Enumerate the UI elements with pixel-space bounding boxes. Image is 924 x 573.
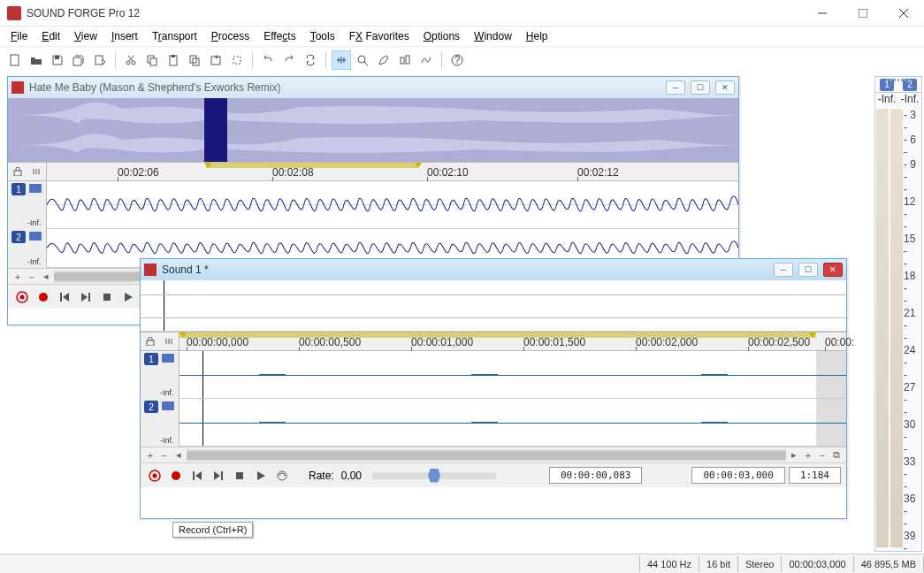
doc1-stop-button[interactable] bbox=[98, 288, 116, 306]
pencil-button[interactable] bbox=[374, 50, 393, 70]
zoom-out-h-button[interactable]: − bbox=[816, 449, 829, 462]
menu-insert[interactable]: Insert bbox=[104, 28, 145, 44]
render-button[interactable] bbox=[90, 50, 110, 70]
menu-window[interactable]: Window bbox=[467, 28, 519, 44]
doc2-titlebar[interactable]: Sound 1 * ─ ☐ ✕ bbox=[141, 259, 846, 280]
time-position[interactable]: 00:00:00,083 bbox=[549, 467, 642, 484]
channel-mute-button[interactable] bbox=[162, 401, 174, 410]
menu-process[interactable]: Process bbox=[204, 28, 256, 44]
tooltip: Record (Ctrl+R) bbox=[172, 522, 253, 538]
lock-icon[interactable] bbox=[144, 335, 157, 348]
workspace: Hate Me Baby (Mason & Shepherd's Exworks… bbox=[0, 73, 924, 554]
channel-mute-button[interactable] bbox=[29, 184, 42, 193]
doc2-play-button[interactable] bbox=[252, 467, 270, 485]
close-button[interactable] bbox=[883, 0, 924, 27]
magnify-button[interactable] bbox=[353, 50, 372, 70]
menu-effects[interactable]: Effects bbox=[256, 28, 302, 44]
h-scrollbar[interactable] bbox=[187, 449, 786, 462]
scroll-right-button[interactable]: ▸ bbox=[788, 449, 800, 462]
saveall-button[interactable] bbox=[69, 50, 88, 70]
paste-button[interactable] bbox=[164, 50, 183, 70]
maximize-button[interactable] bbox=[843, 0, 883, 27]
mix-button[interactable] bbox=[185, 50, 204, 70]
minimize-button[interactable] bbox=[802, 0, 843, 27]
doc1-arm-button[interactable] bbox=[13, 288, 31, 306]
doc2-record-button[interactable] bbox=[167, 467, 185, 485]
waveform-channel-1[interactable] bbox=[47, 181, 738, 229]
overview-selection[interactable] bbox=[204, 98, 227, 162]
doc1-go-start-button[interactable] bbox=[56, 288, 73, 306]
save-button[interactable] bbox=[48, 50, 67, 70]
status-channels[interactable]: Stereo bbox=[737, 556, 781, 572]
doc2-maximize-button[interactable]: ☐ bbox=[798, 263, 818, 277]
meter-close-button[interactable]: × bbox=[913, 79, 918, 88]
doc2-go-end-button[interactable] bbox=[210, 467, 227, 485]
snap-icon[interactable] bbox=[163, 335, 175, 348]
channel-mute-button[interactable] bbox=[29, 232, 42, 241]
doc1-play-button[interactable] bbox=[119, 288, 137, 306]
redo-button[interactable] bbox=[279, 50, 299, 70]
doc2-arm-button[interactable] bbox=[146, 467, 164, 485]
meter-grip[interactable] bbox=[887, 79, 910, 81]
doc1-minimize-button[interactable]: ─ bbox=[666, 80, 685, 95]
doc2-close-button[interactable]: ✕ bbox=[823, 263, 843, 277]
scroll-left-button[interactable]: ◂ bbox=[172, 449, 185, 462]
copy-button[interactable] bbox=[142, 50, 162, 70]
edit-tool-button[interactable] bbox=[332, 50, 351, 70]
doc2-stop-button[interactable] bbox=[231, 467, 248, 485]
doc2-scrub-button[interactable] bbox=[273, 467, 291, 485]
zoom-fit-button[interactable]: ⧉ bbox=[830, 449, 843, 462]
help-button[interactable]: ? bbox=[447, 50, 467, 70]
open-button[interactable] bbox=[27, 50, 46, 70]
channel-badge[interactable]: 1 bbox=[144, 353, 158, 365]
status-length[interactable]: 00:00:03,000 bbox=[781, 556, 852, 572]
waveform-channel-1[interactable] bbox=[179, 351, 846, 399]
doc2-ruler[interactable]: 00:00:00,000 00:00:00,500 00:00:01,000 0… bbox=[141, 332, 846, 351]
paste-replace-button[interactable] bbox=[206, 50, 225, 70]
channel-badge[interactable]: 2 bbox=[144, 401, 158, 413]
doc1-record-button[interactable] bbox=[34, 288, 52, 306]
status-sample-rate[interactable]: 44 100 Hz bbox=[639, 556, 699, 572]
undo-button[interactable] bbox=[258, 50, 278, 70]
zoom-in-v-button[interactable]: + bbox=[144, 449, 157, 462]
menu-transport[interactable]: Transport bbox=[145, 28, 204, 44]
zoom-ratio[interactable]: 1:184 bbox=[789, 467, 841, 484]
doc1-close-button[interactable]: ✕ bbox=[715, 80, 735, 95]
channel-badge[interactable]: 1 bbox=[11, 183, 26, 195]
doc1-titlebar[interactable]: Hate Me Baby (Mason & Shepherd's Exworks… bbox=[8, 77, 738, 98]
rate-slider[interactable] bbox=[372, 472, 496, 479]
doc1-overview[interactable] bbox=[8, 98, 738, 162]
doc1-go-end-button[interactable] bbox=[77, 288, 95, 306]
doc2-minimize-button[interactable]: ─ bbox=[774, 263, 793, 277]
zoom-in-v-button[interactable]: + bbox=[11, 271, 24, 283]
zoom-out-v-button[interactable]: − bbox=[26, 271, 38, 283]
waveform-channel-2[interactable] bbox=[179, 399, 846, 447]
svg-point-41 bbox=[172, 471, 180, 480]
zoom-out-v-button[interactable]: − bbox=[158, 449, 171, 462]
menu-options[interactable]: Options bbox=[416, 28, 467, 44]
scroll-left-button[interactable]: ◂ bbox=[40, 271, 52, 283]
menu-edit[interactable]: Edit bbox=[34, 28, 67, 44]
doc1-maximize-button[interactable]: ☐ bbox=[691, 80, 710, 95]
menu-tools[interactable]: Tools bbox=[303, 28, 342, 44]
zoom-in-h-button[interactable]: + bbox=[802, 449, 814, 462]
lock-icon[interactable] bbox=[11, 165, 24, 178]
new-button[interactable] bbox=[5, 50, 25, 70]
trim-button[interactable] bbox=[227, 50, 247, 70]
status-bit-depth[interactable]: 16 bit bbox=[699, 556, 737, 572]
menu-view[interactable]: View bbox=[67, 28, 104, 44]
doc2-go-start-button[interactable] bbox=[188, 467, 206, 485]
doc2-overview[interactable] bbox=[141, 280, 846, 332]
channel-badge[interactable]: 2 bbox=[11, 231, 26, 243]
menu-help[interactable]: Help bbox=[519, 28, 555, 44]
event-tool-button[interactable] bbox=[395, 50, 415, 70]
repeat-button[interactable] bbox=[301, 50, 320, 70]
channel-mute-button[interactable] bbox=[162, 354, 174, 363]
menu-fxfavorites[interactable]: FX Favorites bbox=[342, 28, 416, 44]
menu-file[interactable]: File bbox=[4, 28, 34, 44]
time-length[interactable]: 00:00:03,000 bbox=[691, 467, 784, 484]
cut-button[interactable] bbox=[121, 50, 141, 70]
doc1-ruler[interactable]: 00:02:06 00:02:08 00:02:10 00:02:12 bbox=[8, 162, 738, 181]
snap-icon[interactable] bbox=[30, 165, 42, 178]
envelope-button[interactable] bbox=[416, 50, 436, 70]
